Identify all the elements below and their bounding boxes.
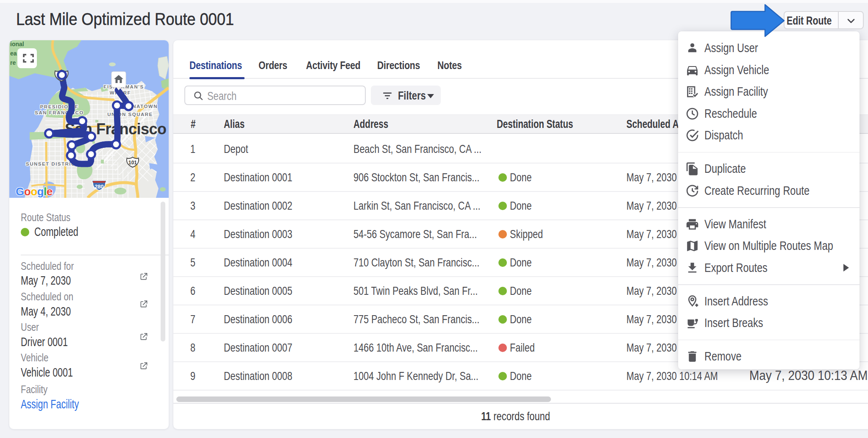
svg-text:ional: ional <box>10 41 24 47</box>
svg-text:SAN FRANCISCO: SAN FRANCISCO <box>35 110 83 115</box>
svg-text:101: 101 <box>128 160 137 166</box>
svg-text:ea: ea <box>10 50 17 57</box>
svg-text:re: re <box>10 59 16 66</box>
svg-text:280: 280 <box>95 183 104 190</box>
svg-text:Google: Google <box>16 185 53 198</box>
